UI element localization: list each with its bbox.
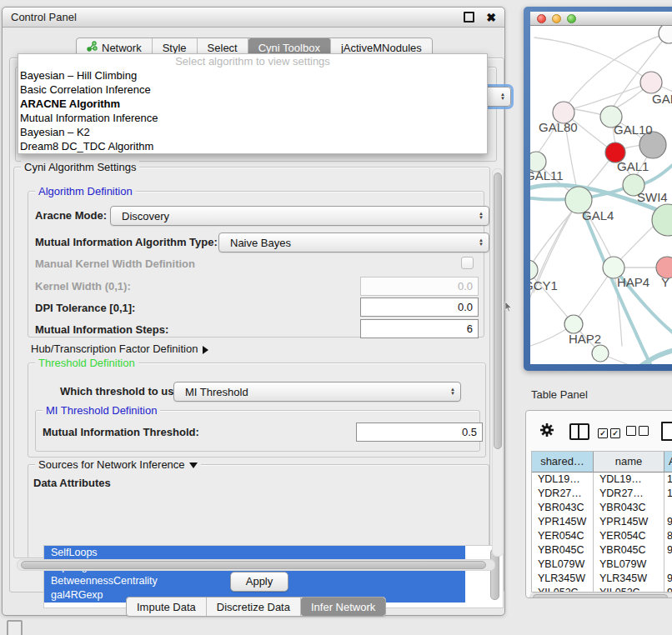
network-edge <box>619 226 654 262</box>
settings-vertical-scrollbar-thumb[interactable] <box>494 172 502 449</box>
aracne-mode-combo[interactable]: Discovery ▲▼ <box>110 206 489 226</box>
bottom-tab-infer-network[interactable]: Infer Network <box>301 598 385 616</box>
collapsed-panel-icon[interactable] <box>7 620 23 635</box>
table-row[interactable]: YDL19…YDL19…13 <box>532 472 672 487</box>
minimize-window-icon[interactable] <box>552 14 561 23</box>
popup-hint: Select algorithm to view settings <box>18 55 487 68</box>
mi-threshold-group-title: MI Threshold Definition <box>43 404 160 417</box>
hub-definition-expander[interactable]: Hub/Transcription Factor Definition <box>31 342 208 355</box>
which-threshold-value: MI Threshold <box>185 386 248 398</box>
network-edge <box>530 270 568 318</box>
cell: YIL052C <box>532 586 594 592</box>
network-node-gal[interactable] <box>640 72 662 93</box>
cell: YER054C <box>532 529 594 543</box>
network-canvas[interactable]: GALGAL80GAL10GAL1GAL11SWI4GAL4HAP4YGCY1H… <box>530 26 672 364</box>
bottom-tab-discretize-data[interactable]: Discretize Data <box>207 598 301 616</box>
network-node-gcy1[interactable] <box>530 260 538 280</box>
table-row[interactable]: YBL079WYBL079W <box>532 558 672 572</box>
network-edge <box>574 82 651 108</box>
node-table: shared…nameA YDL19…YDL19…13YDR27…YDR27…1… <box>531 451 672 592</box>
screen: Control Panel ✖ NetworkStyleSelectCyni T… <box>0 0 672 635</box>
table-toolbar: ✓✓ <box>526 411 672 448</box>
tab-network-label: Network <box>102 42 142 54</box>
network-node-label-gal1: GAL1 <box>617 159 649 173</box>
settings-horizontal-scrollbar[interactable] <box>17 559 495 571</box>
hub-definition-label: Hub/Transcription Factor Definition <box>31 342 198 355</box>
dpi-tolerance-label: DPI Tolerance [0,1]: <box>35 302 135 314</box>
network-node-unlabeled[interactable] <box>592 345 609 362</box>
table-row[interactable]: YDR27…YDR27…12 <box>532 487 672 501</box>
algorithm-option-mutual-information-inference[interactable]: Mutual Information Inference <box>18 111 487 125</box>
algorithm-definition-title: Algorithm Definition <box>35 185 136 198</box>
kernel-width-label: Kernel Width (0,1): <box>35 280 131 292</box>
cell: YIL052C <box>594 586 664 592</box>
network-node-label-gal80: GAL80 <box>539 120 578 134</box>
cell: YDR27… <box>594 487 664 501</box>
network-node-label-y: Y <box>661 275 669 289</box>
settings-vertical-scrollbar[interactable] <box>492 168 504 557</box>
which-threshold-combo[interactable]: MI Threshold ▲▼ <box>173 382 461 402</box>
algorithm-option-bayesian-k2[interactable]: Bayesian – K2 <box>18 125 487 139</box>
table-row[interactable]: YBR045CYBR045C9. <box>532 543 672 558</box>
network-node-unlabeled[interactable] <box>659 26 672 43</box>
tab-jactivemnodules-label: jActiveMNodules <box>341 42 422 54</box>
close-window-icon[interactable] <box>537 14 546 23</box>
bottom-tab-impute-data[interactable]: Impute Data <box>127 598 207 616</box>
control-panel-title: Control Panel <box>11 11 77 23</box>
mi-threshold-field[interactable]: 0.5 <box>356 422 483 442</box>
mi-threshold-label: Mutual Information Threshold: <box>43 426 199 438</box>
zoom-window-icon[interactable] <box>567 14 576 23</box>
table-header-row: shared…nameA <box>532 452 672 472</box>
network-node-label-gal4: GAL4 <box>582 208 614 222</box>
table-row[interactable]: YLR345WYLR345W9. <box>532 572 672 586</box>
mi-type-value: Naive Bayes <box>230 237 291 249</box>
control-panel-titlebar: Control Panel ✖ <box>3 8 504 28</box>
network-node-hap2[interactable] <box>564 315 583 333</box>
kernel-width-field[interactable]: 0.0 <box>360 277 479 296</box>
cell <box>664 501 672 515</box>
settings-horizontal-scrollbar-thumb[interactable] <box>21 561 486 569</box>
cell: YBR043C <box>532 501 594 515</box>
close-panel-icon[interactable]: ✖ <box>486 12 496 23</box>
control-panel-window: Control Panel ✖ NetworkStyleSelectCyni T… <box>2 7 505 616</box>
cell: YBR045C <box>594 543 664 558</box>
dpi-tolerance-field[interactable]: 0.0 <box>360 298 479 317</box>
network-node-label-gal10: GAL10 <box>614 122 653 137</box>
new-table-icon[interactable] <box>661 422 672 441</box>
cell: YLR345W <box>594 572 664 586</box>
mi-steps-field[interactable]: 6 <box>360 319 479 338</box>
table-horizontal-scrollbar[interactable] <box>529 592 672 598</box>
table-row[interactable]: YBR043CYBR043C <box>532 501 672 515</box>
algorithm-option-dream8-dc-tdc-algorithm[interactable]: Dream8 DC_TDC Algorithm <box>18 139 487 153</box>
float-panel-icon[interactable] <box>464 12 474 22</box>
mi-type-combo[interactable]: Naive Bayes ▲▼ <box>218 232 489 252</box>
sources-title-wrap[interactable]: Sources for Network Inference <box>35 458 201 471</box>
attribute-item-selfloops[interactable]: SelfLoops <box>44 546 465 560</box>
cell: YDL19… <box>532 472 594 487</box>
network-node-label-gal: GAL <box>652 92 672 106</box>
algorithm-option-bayesian-hill-climbing[interactable]: Bayesian – Hill Climbing <box>18 68 487 82</box>
algorithm-option-basic-correlation-inference[interactable]: Basic Correlation Inference <box>18 82 487 97</box>
select-all-columns-icon[interactable]: ✓✓ <box>598 426 623 438</box>
column-header-shared[interactable]: shared… <box>532 452 594 472</box>
cyni-algorithm-settings-group: Cyni Algorithm Settings Algorithm Defini… <box>13 167 490 558</box>
columns-icon[interactable] <box>569 423 589 440</box>
network-window-titlebar <box>530 12 672 26</box>
algorithm-option-aracne-algorithm[interactable]: ARACNE Algorithm <box>18 97 487 111</box>
column-header-name[interactable]: name <box>594 452 664 472</box>
column-header-a[interactable]: A <box>664 452 672 472</box>
apply-button[interactable]: Apply <box>230 572 288 592</box>
gear-icon[interactable] <box>539 422 554 440</box>
which-threshold-label: Which threshold to use: <box>60 385 183 398</box>
table-row[interactable]: YER054CYER054C8. <box>532 529 672 543</box>
cell: 8. <box>664 529 672 543</box>
deselect-all-columns-icon[interactable] <box>626 426 651 438</box>
table-horizontal-scrollbar-thumb[interactable] <box>533 594 668 598</box>
mi-threshold-group: MI Threshold Definition Mutual Informati… <box>35 410 480 452</box>
algorithm-select-popup: Select algorithm to view settings Bayesi… <box>18 53 488 154</box>
manual-kernel-checkbox[interactable] <box>461 257 474 269</box>
table-row[interactable]: YPR145WYPR145W9. <box>532 515 672 529</box>
network-node-label-hap4: HAP4 <box>617 275 649 289</box>
algorithm-definition-group: Algorithm Definition Aracne Mode: Discov… <box>28 191 484 338</box>
table-row[interactable]: YIL052CYIL052C9. <box>532 586 672 592</box>
